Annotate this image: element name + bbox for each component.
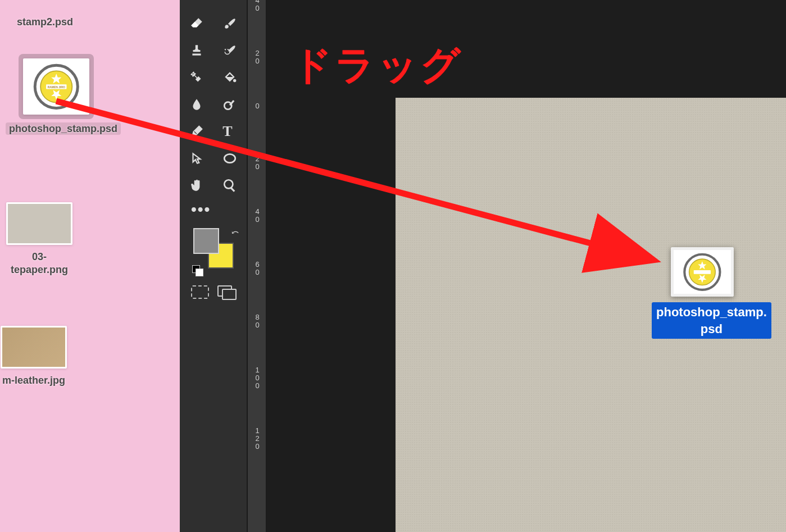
toolbar-overflow[interactable]: ••• <box>180 199 247 220</box>
screen-mode-icon[interactable] <box>217 285 235 299</box>
stamp-badge-thumb: RAMEN JIRO <box>25 60 88 113</box>
ruler-mark: 120 <box>248 427 267 451</box>
default-colors-icon[interactable] <box>192 265 202 275</box>
file-label: stamp2.psd <box>17 16 73 28</box>
file-item-stamp2[interactable]: stamp2.psd <box>0 12 90 29</box>
svg-point-10 <box>191 75 192 76</box>
svg-text:RAMEN JIRO: RAMEN JIRO <box>47 85 65 88</box>
file-item-photoshop-stamp[interactable]: RAMEN JIRO photoshop_stamp.psd <box>6 54 107 135</box>
stamp-badge-thumb <box>674 250 731 294</box>
ruler-mark: 0 <box>248 102 267 110</box>
hand-tool[interactable] <box>180 172 213 199</box>
file-item-leather[interactable]: m-leather.jpg <box>0 326 90 387</box>
svg-rect-16 <box>230 187 235 192</box>
history-brush-icon <box>222 43 237 58</box>
dodge-icon <box>222 97 237 112</box>
ruler-mark: 40 <box>248 208 267 224</box>
svg-point-11 <box>233 79 236 82</box>
ruler-mark: 20 <box>248 155 267 171</box>
ruler-mark: 100 <box>248 366 267 390</box>
eraser-icon <box>189 16 204 31</box>
shape-ellipse-tool[interactable] <box>213 145 247 172</box>
eraser-tool[interactable] <box>180 10 213 37</box>
annotation-text: ドラッグ <box>292 39 463 92</box>
svg-rect-23 <box>694 270 711 274</box>
file-item-tepaper[interactable]: 03- tepaper.png <box>0 202 96 277</box>
svg-point-15 <box>225 180 233 188</box>
pen-tool[interactable] <box>180 118 213 145</box>
path-selection-tool[interactable] <box>180 145 213 172</box>
svg-point-9 <box>194 72 195 73</box>
color-swatches[interactable]: ⤺ <box>190 225 247 281</box>
file-label: photoshop_stamp.psd <box>6 122 121 135</box>
zoom-tool[interactable] <box>213 172 247 199</box>
svg-point-14 <box>225 154 236 162</box>
zoom-icon <box>222 178 237 193</box>
svg-point-8 <box>192 73 193 74</box>
blur-icon <box>189 97 204 112</box>
brush-tool[interactable] <box>213 10 247 37</box>
hand-icon <box>189 178 204 193</box>
clone-stamp-tool[interactable] <box>180 37 213 64</box>
ruler-mark: 20 <box>248 49 267 65</box>
ruler-mark: 80 <box>248 313 267 329</box>
file-label: m-leather.jpg <box>2 375 65 386</box>
ruler-mark: 40 <box>248 0 267 12</box>
pen-icon <box>189 124 204 139</box>
foreground-color-swatch[interactable] <box>193 228 219 254</box>
blur-tool[interactable] <box>180 91 213 118</box>
finder-desktop-panel: stamp2.psd RAMEN JIRO photoshop_ <box>0 0 180 532</box>
patch-icon <box>189 70 204 85</box>
dodge-tool[interactable] <box>213 91 247 118</box>
brush-icon <box>222 16 237 31</box>
healing-brush-tool[interactable] <box>180 64 213 91</box>
vertical-ruler: 40 20 0 20 40 60 80 100 120 <box>247 0 266 532</box>
type-tool[interactable]: T <box>213 118 247 145</box>
history-brush-tool[interactable] <box>213 37 247 64</box>
photoshop-toolbar: T ••• ⤺ <box>180 0 247 532</box>
stamp-icon <box>189 43 204 58</box>
file-label-line1: 03- <box>32 251 47 262</box>
quick-mask-icon[interactable] <box>191 285 209 299</box>
paint-bucket-icon <box>222 70 237 85</box>
path-select-icon <box>189 151 204 166</box>
drag-ghost[interactable]: photoshop_stamp.psd <box>652 247 753 339</box>
ruler-mark: 60 <box>248 261 267 276</box>
swap-colors-icon[interactable]: ⤺ <box>231 227 239 238</box>
file-label-line2: tepaper.png <box>11 264 68 275</box>
drag-ghost-label: photoshop_stamp.psd <box>652 302 771 339</box>
type-icon: T <box>222 124 237 139</box>
quickmask-screenmode-row <box>180 281 247 303</box>
svg-rect-7 <box>192 53 201 55</box>
gradient-bucket-tool[interactable] <box>213 64 247 91</box>
ellipse-icon <box>222 151 237 166</box>
